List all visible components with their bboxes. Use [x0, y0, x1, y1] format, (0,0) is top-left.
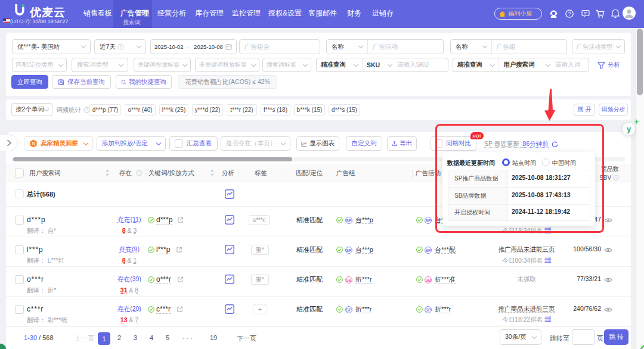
svg-text:?: ?	[568, 11, 571, 17]
svg-text:?: ?	[138, 171, 141, 175]
svg-text:S: S	[32, 141, 35, 147]
svg-text:?: ?	[86, 108, 88, 112]
svg-text:?: ?	[119, 45, 122, 49]
